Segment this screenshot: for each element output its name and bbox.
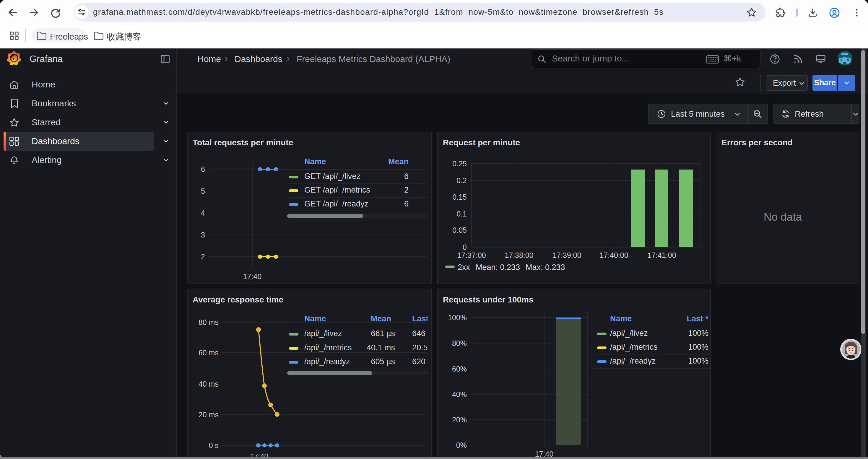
svg-text:100%: 100% (448, 314, 467, 322)
svg-text:60 ms: 60 ms (198, 349, 219, 357)
svg-text:80%: 80% (452, 339, 467, 347)
svg-text:2: 2 (201, 253, 205, 261)
svg-text:0 s: 0 s (209, 441, 219, 450)
svg-text:6: 6 (201, 165, 205, 173)
svg-text:17:40: 17:40 (250, 452, 269, 457)
svg-text:5: 5 (201, 187, 205, 195)
svg-text:17:40:00: 17:40:00 (599, 251, 628, 259)
svg-text:0.25: 0.25 (452, 160, 467, 168)
svg-text:60%: 60% (452, 365, 467, 373)
svg-text:20 ms: 20 ms (198, 411, 219, 419)
svg-text:17:40: 17:40 (243, 272, 262, 281)
svg-text:17:37:00: 17:37:00 (457, 251, 486, 259)
svg-text:0.1: 0.1 (457, 210, 467, 218)
svg-text:3: 3 (201, 231, 205, 239)
svg-text:4: 4 (201, 209, 205, 217)
svg-text:0: 0 (463, 243, 467, 251)
svg-text:0%: 0% (456, 441, 467, 449)
svg-text:17:38:00: 17:38:00 (505, 251, 533, 259)
svg-text:0.05: 0.05 (452, 226, 467, 234)
svg-text:0.2: 0.2 (457, 176, 467, 185)
svg-text:20%: 20% (452, 416, 467, 424)
svg-text:17:41:00: 17:41:00 (647, 251, 676, 259)
svg-text:17:39:00: 17:39:00 (553, 251, 581, 259)
svg-text:80 ms: 80 ms (198, 318, 219, 326)
svg-text:40 ms: 40 ms (198, 380, 219, 388)
svg-text:40%: 40% (452, 390, 467, 398)
svg-text:0.15: 0.15 (452, 193, 467, 201)
svg-text:17:40: 17:40 (535, 450, 554, 457)
